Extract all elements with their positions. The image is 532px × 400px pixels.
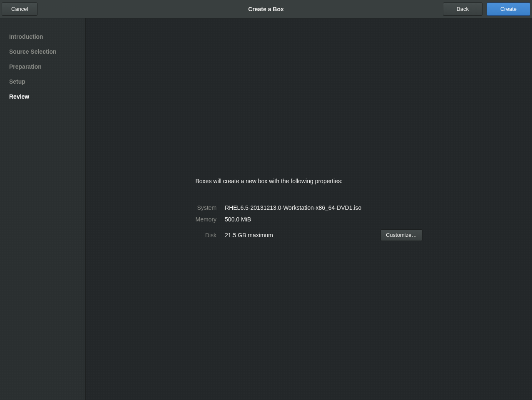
review-row-memory: Memory 500.0 MiB	[196, 214, 423, 225]
header-bar: Cancel Create a Box Back Create	[0, 0, 532, 18]
review-row-disk: Disk 21.5 GB maximum Customize…	[196, 229, 423, 241]
main-content: Boxes will create a new box with the fol…	[86, 18, 532, 400]
wizard-sidebar: Introduction Source Selection Preparatio…	[0, 18, 86, 400]
disk-label: Disk	[196, 229, 221, 241]
customize-button[interactable]: Customize…	[380, 229, 422, 241]
sidebar-item-review[interactable]: Review	[0, 89, 85, 104]
review-panel: Boxes will create a new box with the fol…	[196, 178, 423, 241]
disk-value: 21.5 GB maximum	[221, 229, 369, 241]
back-button[interactable]: Back	[443, 2, 482, 16]
sidebar-item-source-selection[interactable]: Source Selection	[0, 44, 85, 59]
review-row-system: System RHEL6.5-20131213.0-Workstation-x8…	[196, 202, 423, 214]
system-label: System	[196, 202, 221, 214]
memory-value: 500.0 MiB	[221, 214, 369, 225]
system-value: RHEL6.5-20131213.0-Workstation-x86_64-DV…	[221, 202, 369, 214]
cancel-button[interactable]: Cancel	[2, 2, 37, 16]
review-properties-table: System RHEL6.5-20131213.0-Workstation-x8…	[196, 202, 423, 241]
review-intro-text: Boxes will create a new box with the fol…	[196, 178, 423, 184]
memory-label: Memory	[196, 214, 221, 225]
create-button[interactable]: Create	[487, 2, 530, 16]
sidebar-item-preparation[interactable]: Preparation	[0, 59, 85, 74]
sidebar-item-introduction[interactable]: Introduction	[0, 29, 85, 44]
sidebar-item-setup[interactable]: Setup	[0, 74, 85, 89]
header-title: Create a Box	[248, 6, 284, 12]
